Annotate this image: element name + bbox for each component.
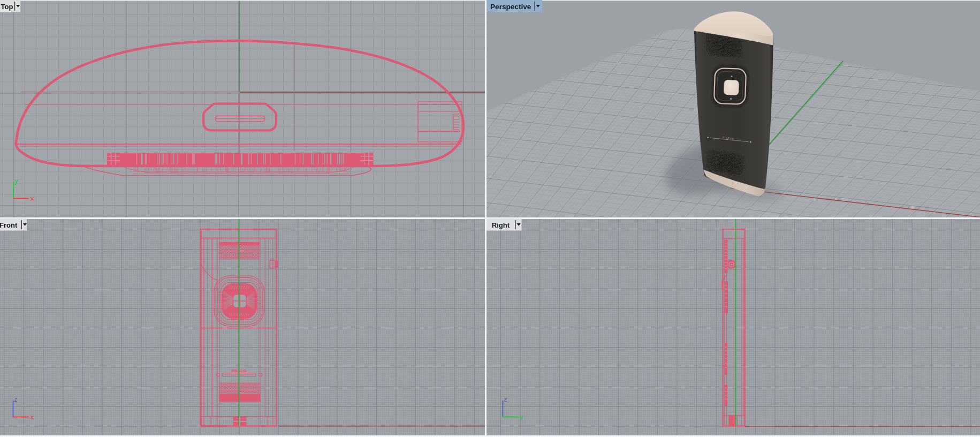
svg-text:y: y [15, 177, 19, 185]
svg-text:x: x [31, 413, 34, 421]
svg-text:Front: Front [0, 221, 18, 229]
svg-text:Perspective: Perspective [490, 3, 531, 11]
svg-text:z: z [504, 396, 507, 403]
svg-text:Right: Right [492, 221, 510, 229]
svg-text:x: x [31, 194, 34, 202]
svg-text:z: z [14, 396, 18, 403]
svg-text:y: y [520, 413, 523, 421]
svg-text:Top: Top [1, 3, 13, 11]
